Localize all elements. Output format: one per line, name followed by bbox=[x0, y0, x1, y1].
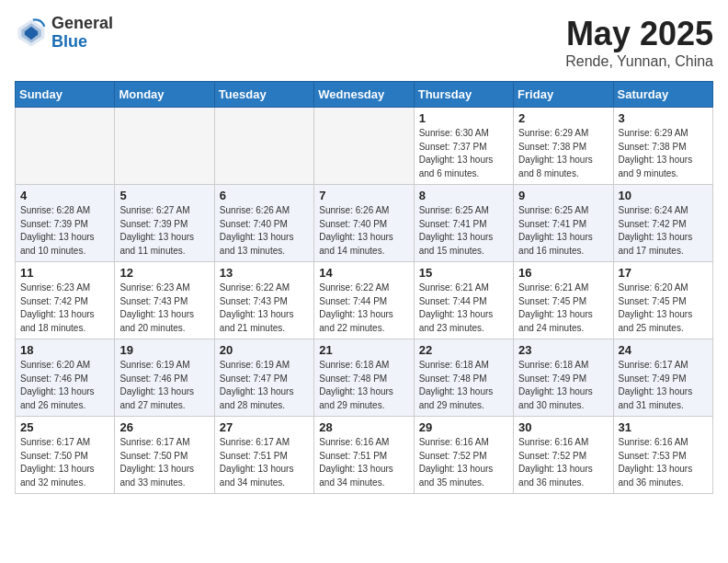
day-number: 6 bbox=[220, 189, 309, 202]
weekday-header: Thursday bbox=[414, 82, 513, 108]
calendar-cell: 14Sunrise: 6:22 AM Sunset: 7:44 PM Dayli… bbox=[314, 262, 414, 339]
calendar-cell: 10Sunrise: 6:24 AM Sunset: 7:42 PM Dayli… bbox=[613, 185, 712, 262]
day-number: 18 bbox=[20, 343, 109, 357]
day-number: 5 bbox=[119, 189, 209, 202]
calendar-cell: 7Sunrise: 6:26 AM Sunset: 7:40 PM Daylig… bbox=[314, 185, 414, 262]
day-info: Sunrise: 6:17 AM Sunset: 7:50 PM Dayligh… bbox=[119, 436, 209, 489]
calendar-cell: 19Sunrise: 6:19 AM Sunset: 7:46 PM Dayli… bbox=[115, 339, 214, 417]
day-info: Sunrise: 6:23 AM Sunset: 7:42 PM Dayligh… bbox=[20, 282, 109, 335]
day-info: Sunrise: 6:27 AM Sunset: 7:39 PM Dayligh… bbox=[119, 204, 209, 258]
calendar-cell: 18Sunrise: 6:20 AM Sunset: 7:46 PM Dayli… bbox=[16, 339, 115, 417]
page-header: General Blue May 2025 Rende, Yunnan, Chi… bbox=[15, 15, 713, 70]
calendar-cell: 15Sunrise: 6:21 AM Sunset: 7:44 PM Dayli… bbox=[414, 262, 513, 339]
day-info: Sunrise: 6:20 AM Sunset: 7:45 PM Dayligh… bbox=[619, 282, 708, 335]
day-info: Sunrise: 6:18 AM Sunset: 7:48 PM Dayligh… bbox=[319, 359, 408, 412]
calendar-cell bbox=[214, 108, 313, 185]
calendar-cell: 23Sunrise: 6:18 AM Sunset: 7:49 PM Dayli… bbox=[514, 339, 613, 417]
day-info: Sunrise: 6:19 AM Sunset: 7:47 PM Dayligh… bbox=[220, 359, 309, 412]
logo-general-text: General bbox=[51, 15, 113, 33]
logo: General Blue bbox=[15, 15, 113, 52]
calendar-week-row: 25Sunrise: 6:17 AM Sunset: 7:50 PM Dayli… bbox=[16, 417, 713, 494]
weekday-header: Sunday bbox=[16, 82, 115, 108]
day-number: 1 bbox=[419, 111, 508, 125]
day-info: Sunrise: 6:21 AM Sunset: 7:44 PM Dayligh… bbox=[419, 282, 508, 335]
calendar-cell: 25Sunrise: 6:17 AM Sunset: 7:50 PM Dayli… bbox=[16, 417, 115, 494]
day-info: Sunrise: 6:17 AM Sunset: 7:51 PM Dayligh… bbox=[220, 436, 309, 489]
calendar-cell: 31Sunrise: 6:16 AM Sunset: 7:53 PM Dayli… bbox=[613, 417, 712, 494]
day-info: Sunrise: 6:29 AM Sunset: 7:38 PM Dayligh… bbox=[518, 127, 608, 180]
day-number: 26 bbox=[119, 420, 209, 434]
day-info: Sunrise: 6:16 AM Sunset: 7:53 PM Dayligh… bbox=[619, 436, 708, 489]
day-info: Sunrise: 6:25 AM Sunset: 7:41 PM Dayligh… bbox=[419, 204, 508, 258]
day-info: Sunrise: 6:30 AM Sunset: 7:37 PM Dayligh… bbox=[419, 127, 508, 180]
month-title: May 2025 bbox=[565, 15, 713, 53]
day-number: 2 bbox=[518, 111, 608, 125]
calendar-cell: 21Sunrise: 6:18 AM Sunset: 7:48 PM Dayli… bbox=[314, 339, 414, 417]
day-info: Sunrise: 6:26 AM Sunset: 7:40 PM Dayligh… bbox=[220, 204, 309, 258]
day-info: Sunrise: 6:16 AM Sunset: 7:51 PM Dayligh… bbox=[319, 436, 408, 489]
day-number: 14 bbox=[319, 266, 408, 280]
calendar-cell: 26Sunrise: 6:17 AM Sunset: 7:50 PM Dayli… bbox=[115, 417, 214, 494]
calendar-week-row: 1Sunrise: 6:30 AM Sunset: 7:37 PM Daylig… bbox=[16, 108, 713, 185]
calendar-cell bbox=[314, 108, 414, 185]
day-number: 4 bbox=[20, 189, 109, 202]
day-number: 20 bbox=[220, 343, 309, 357]
calendar-cell: 17Sunrise: 6:20 AM Sunset: 7:45 PM Dayli… bbox=[613, 262, 712, 339]
calendar-week-row: 18Sunrise: 6:20 AM Sunset: 7:46 PM Dayli… bbox=[16, 339, 713, 417]
day-info: Sunrise: 6:21 AM Sunset: 7:45 PM Dayligh… bbox=[518, 282, 608, 335]
day-info: Sunrise: 6:17 AM Sunset: 7:50 PM Dayligh… bbox=[20, 436, 109, 489]
day-info: Sunrise: 6:22 AM Sunset: 7:44 PM Dayligh… bbox=[319, 282, 408, 335]
day-info: Sunrise: 6:18 AM Sunset: 7:48 PM Dayligh… bbox=[419, 359, 508, 412]
day-info: Sunrise: 6:22 AM Sunset: 7:43 PM Dayligh… bbox=[220, 282, 309, 335]
calendar-cell: 2Sunrise: 6:29 AM Sunset: 7:38 PM Daylig… bbox=[514, 108, 613, 185]
calendar-cell bbox=[16, 108, 115, 185]
calendar-cell bbox=[115, 108, 214, 185]
weekday-header: Wednesday bbox=[314, 82, 414, 108]
day-info: Sunrise: 6:18 AM Sunset: 7:49 PM Dayligh… bbox=[518, 359, 608, 412]
day-number: 29 bbox=[419, 420, 508, 434]
calendar-cell: 4Sunrise: 6:28 AM Sunset: 7:39 PM Daylig… bbox=[16, 185, 115, 262]
day-info: Sunrise: 6:16 AM Sunset: 7:52 PM Dayligh… bbox=[419, 436, 508, 489]
calendar-cell: 9Sunrise: 6:25 AM Sunset: 7:41 PM Daylig… bbox=[514, 185, 613, 262]
calendar-cell: 29Sunrise: 6:16 AM Sunset: 7:52 PM Dayli… bbox=[414, 417, 513, 494]
day-info: Sunrise: 6:25 AM Sunset: 7:41 PM Dayligh… bbox=[518, 204, 608, 258]
calendar-cell: 6Sunrise: 6:26 AM Sunset: 7:40 PM Daylig… bbox=[214, 185, 313, 262]
calendar-cell: 20Sunrise: 6:19 AM Sunset: 7:47 PM Dayli… bbox=[214, 339, 313, 417]
calendar-cell: 30Sunrise: 6:16 AM Sunset: 7:52 PM Dayli… bbox=[514, 417, 613, 494]
calendar-cell: 22Sunrise: 6:18 AM Sunset: 7:48 PM Dayli… bbox=[414, 339, 513, 417]
calendar-week-row: 11Sunrise: 6:23 AM Sunset: 7:42 PM Dayli… bbox=[16, 262, 713, 339]
day-number: 30 bbox=[518, 420, 608, 434]
day-number: 25 bbox=[20, 420, 109, 434]
day-info: Sunrise: 6:19 AM Sunset: 7:46 PM Dayligh… bbox=[119, 359, 209, 412]
day-number: 10 bbox=[619, 189, 708, 202]
day-number: 21 bbox=[319, 343, 408, 357]
weekday-header-row: SundayMondayTuesdayWednesdayThursdayFrid… bbox=[16, 82, 713, 108]
calendar-cell: 16Sunrise: 6:21 AM Sunset: 7:45 PM Dayli… bbox=[514, 262, 613, 339]
day-number: 13 bbox=[220, 266, 309, 280]
calendar-cell: 3Sunrise: 6:29 AM Sunset: 7:38 PM Daylig… bbox=[613, 108, 712, 185]
logo-blue-text: Blue bbox=[51, 33, 113, 52]
day-info: Sunrise: 6:24 AM Sunset: 7:42 PM Dayligh… bbox=[619, 204, 708, 258]
day-info: Sunrise: 6:20 AM Sunset: 7:46 PM Dayligh… bbox=[20, 359, 109, 412]
calendar-cell: 28Sunrise: 6:16 AM Sunset: 7:51 PM Dayli… bbox=[314, 417, 414, 494]
calendar-cell: 1Sunrise: 6:30 AM Sunset: 7:37 PM Daylig… bbox=[414, 108, 513, 185]
day-number: 15 bbox=[419, 266, 508, 280]
location: Rende, Yunnan, China bbox=[565, 53, 713, 70]
calendar-cell: 5Sunrise: 6:27 AM Sunset: 7:39 PM Daylig… bbox=[115, 185, 214, 262]
calendar-cell: 13Sunrise: 6:22 AM Sunset: 7:43 PM Dayli… bbox=[214, 262, 313, 339]
day-info: Sunrise: 6:26 AM Sunset: 7:40 PM Dayligh… bbox=[319, 204, 408, 258]
day-info: Sunrise: 6:28 AM Sunset: 7:39 PM Dayligh… bbox=[20, 204, 109, 258]
day-info: Sunrise: 6:23 AM Sunset: 7:43 PM Dayligh… bbox=[119, 282, 209, 335]
day-number: 8 bbox=[419, 189, 508, 202]
calendar-cell: 12Sunrise: 6:23 AM Sunset: 7:43 PM Dayli… bbox=[115, 262, 214, 339]
day-number: 17 bbox=[619, 266, 708, 280]
weekday-header: Monday bbox=[115, 82, 214, 108]
day-number: 16 bbox=[518, 266, 608, 280]
weekday-header: Friday bbox=[514, 82, 613, 108]
weekday-header: Saturday bbox=[613, 82, 712, 108]
day-number: 3 bbox=[619, 111, 708, 125]
day-number: 28 bbox=[319, 420, 408, 434]
day-number: 11 bbox=[20, 266, 109, 280]
day-number: 31 bbox=[619, 420, 708, 434]
day-number: 22 bbox=[419, 343, 508, 357]
